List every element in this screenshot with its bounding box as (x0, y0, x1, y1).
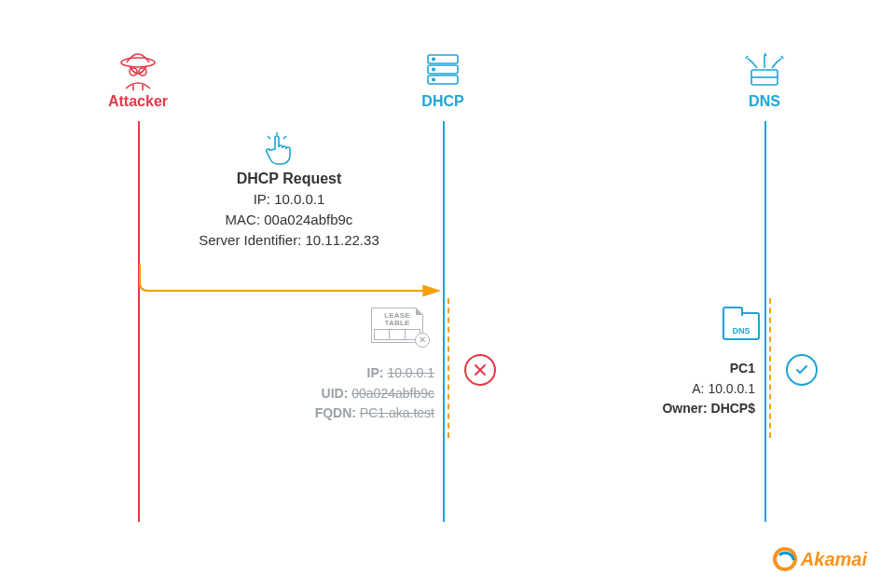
dns-activation-bar (769, 298, 771, 438)
svg-line-11 (268, 136, 270, 139)
dns-a-value: 10.0.0.1 (708, 381, 755, 396)
dns-server-icon (737, 51, 792, 94)
sid-value: 10.11.22.33 (305, 232, 379, 248)
lease-fqdn-value: PC1.aka.test (360, 405, 434, 420)
dhcp-server-icon (415, 51, 471, 92)
dns-label: DNS (709, 93, 820, 110)
lease-table-icon: LEASETABLE ✕ (371, 308, 423, 343)
dns-record-note: PC1 A: 10.0.0.1 Owner: DHCP$ (606, 359, 755, 419)
dns-folder-icon: DNS (723, 312, 760, 340)
attacker-label: Attacker (82, 93, 194, 110)
svg-point-6 (433, 58, 434, 60)
lease-ip-label: IP: (367, 365, 384, 380)
dhcp-request-sid-row: Server Identifier: 10.11.22.33 (149, 230, 429, 251)
svg-line-13 (283, 136, 286, 139)
dns-status-ok-icon (786, 354, 818, 386)
hand-pointer-icon (262, 130, 296, 171)
dns-record-title: PC1 (606, 359, 755, 379)
dhcp-lifeline (443, 121, 445, 522)
sid-label: Server Identifier: (199, 232, 301, 248)
lease-fqdn-label: FQDN: (315, 405, 356, 420)
attacker-lifeline (138, 121, 140, 522)
dns-lifeline (764, 121, 766, 522)
dns-record-a-row: A: 10.0.0.1 (606, 379, 755, 400)
ip-label: IP: (254, 191, 270, 207)
lease-table-note: IP: 10.0.0.1 UID: 00a024abfb9c FQDN: PC1… (278, 363, 434, 424)
dhcp-request-title: DHCP Request (149, 168, 429, 189)
mac-label: MAC: (226, 212, 261, 227)
dhcp-request-box: DHCP Request IP: 10.0.0.1 MAC: 00a024abf… (149, 168, 429, 250)
dns-folder-label: DNS (724, 326, 758, 335)
ip-value: 10.0.0.1 (274, 191, 324, 207)
dhcp-request-mac-row: MAC: 00a024abfb9c (149, 210, 429, 230)
dns-a-label: A: (692, 381, 704, 396)
akamai-logo: Akamai (773, 547, 867, 571)
dns-owner-value: DHCP$ (711, 401, 755, 416)
dns-owner-label: Owner: (662, 401, 707, 416)
svg-point-8 (433, 78, 434, 80)
attacker-icon (110, 51, 166, 94)
svg-point-0 (121, 58, 155, 67)
lease-ip-value: 10.0.0.1 (387, 365, 434, 380)
brand-name: Akamai (801, 549, 867, 570)
mac-value: 00a024abfb9c (264, 212, 352, 227)
dhcp-request-ip-row: IP: 10.0.0.1 (149, 189, 429, 210)
lease-uid-value: 00a024abfb9c (351, 386, 434, 401)
dhcp-status-fail-icon (464, 354, 496, 386)
diagram-stage: Attacker DHCP DNS DHCP Request IP: 10.0.… (0, 0, 895, 588)
dhcp-activation-bar (448, 298, 449, 438)
lease-uid-label: UID: (322, 386, 349, 401)
dhcp-label: DHCP (387, 93, 499, 110)
lease-tile-caption-2: TABLE (384, 319, 409, 327)
arrow-attacker-to-dhcp (139, 263, 447, 300)
dns-record-owner-row: Owner: DHCP$ (606, 399, 755, 419)
svg-point-7 (433, 68, 434, 70)
